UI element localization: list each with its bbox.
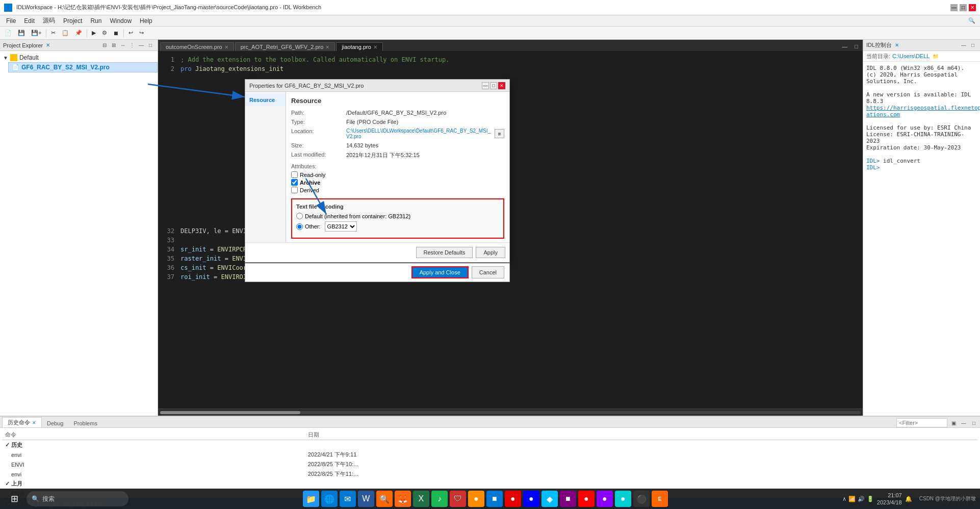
win-search-box[interactable]: 🔍 搜索 — [27, 491, 128, 506]
bottom-panel-btn3[interactable]: □ — [970, 419, 978, 427]
tab-prc-close[interactable]: ✕ — [325, 44, 329, 50]
toolbar-paste[interactable]: 📌 — [72, 28, 85, 38]
bottom-panel-btn2[interactable]: — — [960, 419, 968, 427]
restore-defaults-button[interactable]: Restore Defaults — [416, 247, 473, 258]
win-app-excel[interactable]: X — [413, 491, 429, 507]
win-app-dark[interactable]: ⚫ — [633, 491, 650, 507]
win-app-firefox[interactable]: 🦊 — [395, 491, 411, 507]
minimize-button[interactable]: — — [950, 4, 958, 11]
win-app-purple[interactable]: ■ — [560, 491, 576, 507]
win-app-edge[interactable]: 🌐 — [321, 491, 338, 507]
encoding-default-radio[interactable] — [296, 213, 303, 219]
encoding-other-radio[interactable] — [296, 223, 303, 230]
win-app-red[interactable]: ● — [505, 491, 521, 507]
toolbar-new[interactable]: 📄 — [2, 28, 14, 38]
win-app-store[interactable]: ■ — [486, 491, 503, 507]
toolbar-stop[interactable]: ⏹ — [111, 29, 121, 38]
tab-history[interactable]: 历史命令 ✕ — [2, 417, 42, 427]
panel-menu-btn[interactable]: ⋮ — [128, 41, 136, 49]
menu-source[interactable]: 源码 — [39, 15, 59, 26]
win-start-button[interactable]: ⊞ — [4, 491, 24, 507]
menu-help[interactable]: Help — [136, 16, 157, 26]
panel-collapse-btn[interactable]: ⊟ — [100, 41, 109, 49]
toolbar-cut[interactable]: ✂ — [48, 28, 58, 38]
sidebar-resource[interactable]: Resource — [245, 94, 286, 106]
win-app-mail[interactable]: ✉ — [340, 491, 356, 507]
tree-file[interactable]: 📄 GF6_RAC_BY_S2_MSI_V2.pro — [8, 62, 158, 72]
console-link[interactable]: https://harrisgeospatial.flexnetoper — [866, 105, 977, 111]
menu-edit[interactable]: Edit — [20, 16, 39, 26]
win-clock[interactable]: 21:07 2023/4/18 — [877, 492, 902, 506]
location-path-row: C:\Users\DELL\IDLWorkspace\Default\GF6_R… — [346, 128, 504, 139]
win-app-red2[interactable]: ● — [578, 491, 595, 507]
console-collapse-btn[interactable]: — — [960, 41, 968, 49]
bottom-panel-btn1[interactable]: ▣ — [949, 419, 958, 427]
win-app-cyan[interactable]: ● — [615, 491, 631, 507]
tab-jiaotang-close[interactable]: ✕ — [373, 44, 377, 50]
toolbar-undo[interactable]: ↩ — [126, 28, 136, 38]
history-row-1[interactable]: envi 2022/4/21 下午9:11 — [2, 450, 978, 460]
panel-max-btn[interactable]: □ — [146, 41, 154, 49]
menu-window[interactable]: Window — [106, 16, 136, 26]
toolbar-run[interactable]: ▶ — [89, 28, 98, 38]
win-app-orange[interactable]: ● — [468, 491, 484, 507]
menu-file[interactable]: File — [2, 16, 20, 26]
editor-max-btn[interactable]: □ — [852, 42, 861, 51]
console-browse-btn[interactable]: 📁 — [932, 52, 940, 60]
tree-file-label: GF6_RAC_BY_S2_MSI_V2.pro — [21, 64, 110, 71]
tab-outcome-close[interactable]: ✕ — [224, 44, 228, 50]
win-app-antivirus[interactable]: 🛡 — [450, 491, 466, 507]
editor-tab-jiaotang[interactable]: jiaotang.pro ✕ — [336, 42, 383, 51]
dialog-close-btn[interactable]: ✕ — [498, 82, 505, 89]
attr-derived-checkbox[interactable] — [291, 187, 298, 193]
win-app-blue[interactable]: ● — [523, 491, 539, 507]
editor-collapse-btn[interactable]: — — [839, 42, 850, 51]
attr-archive-checkbox[interactable] — [291, 179, 298, 186]
console-prompt-2: IDL> — [866, 164, 977, 171]
win-notifications[interactable]: 🔔 — [905, 496, 912, 502]
cmd-3: envi — [2, 469, 305, 479]
win-app-file-explorer[interactable]: 📁 — [303, 491, 319, 507]
editor-tab-outcome[interactable]: outcomeOnScreen.pro ✕ — [160, 42, 234, 51]
tree-root[interactable]: ▼ Default — [0, 53, 158, 62]
win-app-envi[interactable]: E — [652, 491, 668, 507]
tab-debug[interactable]: Debug — [42, 419, 68, 427]
history-row-3[interactable]: envi 2022/8/25 下午11:... — [2, 469, 978, 479]
tab-outcome-label: outcomeOnScreen.pro — [166, 44, 222, 50]
properties-dialog[interactable]: Properties for GF6_RAC_BY_S2_MSI_V2.pro … — [245, 79, 510, 263]
dialog-max-btn[interactable]: □ — [490, 82, 497, 89]
console-max-btn[interactable]: □ — [969, 41, 977, 49]
footer-spacer — [286, 247, 413, 258]
col-date: 日期 — [305, 430, 978, 440]
location-browse-btn[interactable]: ≡ — [495, 129, 504, 138]
console-link-2[interactable]: ations.com — [866, 111, 977, 118]
tab-problems[interactable]: Problems — [68, 419, 102, 427]
toolbar-save[interactable]: 💾 — [15, 28, 28, 38]
toolbar-compile[interactable]: ⚙ — [99, 28, 110, 38]
win-app-violet[interactable]: ● — [597, 491, 613, 507]
maximize-button[interactable]: □ — [960, 4, 967, 11]
toolbar-copy[interactable]: 📋 — [59, 28, 71, 38]
win-app-word[interactable]: W — [358, 491, 374, 507]
editor-tab-prc[interactable]: prc_AOT_Retri_GF6_WFV_2.pro ✕ — [235, 42, 336, 51]
editor-scrollbar[interactable] — [158, 409, 863, 416]
win-app-music[interactable]: ♪ — [431, 491, 448, 507]
history-filter-input[interactable] — [896, 418, 947, 427]
tray-arrow[interactable]: ∧ — [842, 496, 846, 502]
search-toolbar-btn[interactable]: 🔍 — [966, 16, 978, 26]
dialog-min-btn[interactable]: — — [482, 82, 489, 89]
menu-project[interactable]: Project — [59, 16, 86, 26]
menu-run[interactable]: Run — [86, 16, 106, 26]
panel-sync-btn[interactable]: ↔ — [119, 41, 127, 49]
attr-readonly-checkbox[interactable] — [291, 171, 298, 178]
encoding-select[interactable]: GB2312 UTF-8 — [325, 221, 357, 232]
toolbar-redo[interactable]: ↪ — [137, 28, 146, 38]
panel-min-btn[interactable]: — — [137, 41, 145, 49]
win-app-search[interactable]: 🔍 — [376, 491, 393, 507]
apply-button[interactable]: Apply — [476, 247, 505, 258]
history-row-2[interactable]: ENVI 2022/8/25 下午10:... — [2, 460, 978, 469]
panel-filter-btn[interactable]: ⊞ — [110, 41, 118, 49]
close-button[interactable]: ✕ — [969, 4, 976, 11]
win-app-diamond[interactable]: ◆ — [541, 491, 558, 507]
toolbar-save-all[interactable]: 💾+ — [29, 28, 44, 38]
